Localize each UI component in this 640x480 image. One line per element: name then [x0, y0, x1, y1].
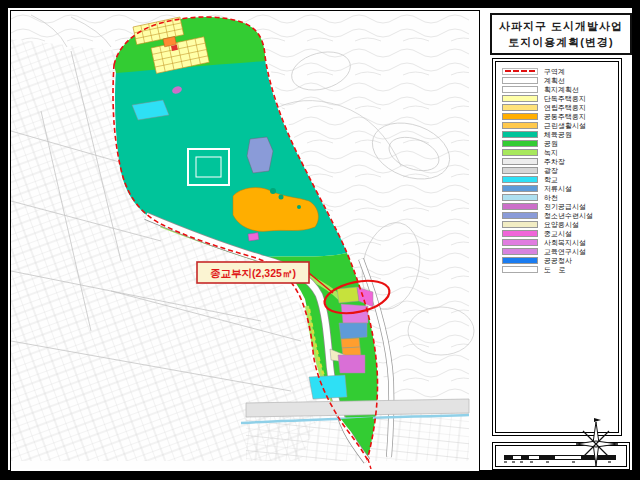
map-panel: 종교부지(2,325㎡) [10, 10, 480, 472]
legend-label: 사회복지시설 [544, 238, 586, 247]
legend-label: 광장 [544, 166, 558, 175]
religious-small-parcel [248, 233, 259, 241]
legend-box: 구역계 계획선 획지계획선 단독주택용지 연립주택용지 공동주택용지 근린생활시… [492, 58, 622, 436]
legend-label: 구역계 [544, 67, 565, 76]
legend-swatch [502, 257, 538, 264]
legend-label: 연립주택용지 [544, 103, 586, 112]
legend-label: 공원 [544, 139, 558, 148]
legend-swatch [502, 212, 538, 219]
legend-label: 학교 [544, 175, 558, 184]
legend-label: 계획선 [544, 76, 565, 85]
legend-row: 녹지 [502, 148, 614, 157]
legend-swatch [502, 194, 538, 201]
legend-row: 단독주택용지 [502, 94, 614, 103]
legend-row: 획지계획선 [502, 85, 614, 94]
legend-row: 연립주택용지 [502, 103, 614, 112]
plan-sheet: 종교부지(2,325㎡) 사파지구 도시개발사업 토지이용계획(변경) 구역계 … [8, 8, 632, 470]
legend-swatch [502, 248, 538, 255]
legend-row: 학교 [502, 175, 614, 184]
legend-label: 공동주택용지 [544, 112, 586, 121]
annotation-callout: 종교부지(2,325㎡) [197, 262, 309, 283]
legend-label: 요양용시설 [544, 220, 579, 229]
legend-row: 요양용시설 [502, 220, 614, 229]
legend-row: 하천 [502, 193, 614, 202]
legend-label: 근린생활시설 [544, 121, 586, 130]
legend-row: 공원 [502, 139, 614, 148]
legend-list: 구역계 계획선 획지계획선 단독주택용지 연립주택용지 공동주택용지 근린생활시… [495, 61, 619, 433]
legend-swatch [502, 86, 538, 93]
legend-row: 청소년수련시설 [502, 211, 614, 220]
north-flag [594, 418, 601, 422]
legend-swatch [502, 140, 538, 147]
plan-title-line2: 토지이용계획(변경) [508, 34, 613, 50]
legend-label: 녹지 [544, 148, 558, 157]
legend-swatch [502, 221, 538, 228]
legend-swatch [502, 185, 538, 192]
legend-label: 청소년수련시설 [544, 211, 593, 220]
legend-label: 주차장 [544, 157, 565, 166]
north-arrow-icon [568, 416, 626, 470]
legend-swatch [502, 104, 538, 111]
legend-row: 도 로 [502, 265, 614, 274]
electric-facility-parcel [338, 355, 365, 373]
legend-row: 계획선 [502, 76, 614, 85]
legend-swatch [502, 149, 538, 156]
title-box: 사파지구 도시개발사업 토지이용계획(변경) [490, 13, 632, 55]
legend-swatch [502, 230, 538, 237]
legend-label: 도 로 [544, 265, 566, 274]
legend-label: 종교시설 [544, 229, 572, 238]
legend-row: 주차장 [502, 157, 614, 166]
legend-swatch [502, 239, 538, 246]
green-buffer-parcel [337, 287, 359, 303]
legend-label: 교육연구시설 [544, 247, 586, 256]
legend-swatch [502, 131, 538, 138]
legend-label: 하천 [544, 193, 558, 202]
legend-row: 광장 [502, 166, 614, 175]
school-site-lower [309, 375, 347, 399]
legend-label: 공공청사 [544, 256, 572, 265]
legend-row: 근린생활시설 [502, 121, 614, 130]
legend-swatch [502, 203, 538, 210]
legend-label: 전기공급시설 [544, 202, 586, 211]
legend-label: 획지계획선 [544, 85, 579, 94]
plan-title-line1: 사파지구 도시개발사업 [499, 18, 623, 34]
legend-row: 교육연구시설 [502, 247, 614, 256]
youth-facility-site [247, 137, 273, 173]
annotation-text: 종교부지(2,325㎡) [210, 267, 296, 279]
neighborhood-parcel-1 [341, 338, 360, 348]
legend-swatch [502, 167, 538, 174]
map-canvas: 종교부지(2,325㎡) [11, 11, 479, 469]
legend-swatch [502, 158, 538, 165]
legend-row: 구역계 [502, 67, 614, 76]
legend-swatch-boundary [502, 68, 538, 75]
legend-swatch [502, 113, 538, 120]
legend-label: 체육공원 [544, 130, 572, 139]
legend-row: 공공청사 [502, 256, 614, 265]
legend-row: 공동주택용지 [502, 112, 614, 121]
legend-row: 전기공급시설 [502, 202, 614, 211]
legend-label: 저류시설 [544, 184, 572, 193]
legend-swatch [502, 122, 538, 129]
legend-row: 저류시설 [502, 184, 614, 193]
legend-swatch [502, 77, 538, 84]
legend-row: 사회복지시설 [502, 238, 614, 247]
legend-swatch [502, 95, 538, 102]
legend-row: 종교시설 [502, 229, 614, 238]
legend-label: 단독주택용지 [544, 94, 586, 103]
legend-swatch [502, 176, 538, 183]
legend-swatch-road [502, 266, 538, 273]
legend-row: 체육공원 [502, 130, 614, 139]
detention-facility-parcel [339, 323, 367, 339]
